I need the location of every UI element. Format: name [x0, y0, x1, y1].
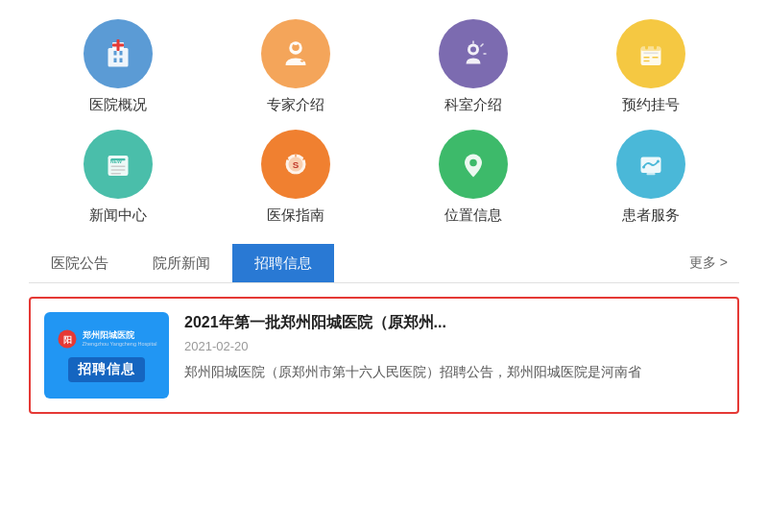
article-thumbnail: 阳 郑州阳城医院 Zhengzhou Yangcheng Hospital 招聘…	[44, 312, 169, 399]
icon-circle-location	[439, 130, 508, 199]
svg-text:NEW: NEW	[109, 158, 121, 164]
tab-hospital-news[interactable]: 院所新闻	[131, 244, 232, 282]
tab-hospital-notice[interactable]: 医院公告	[29, 244, 131, 282]
icon-circle-insurance: S	[261, 130, 330, 199]
svg-rect-20	[640, 47, 660, 52]
icon-item-patient-service[interactable]: 患者服务	[562, 130, 739, 225]
doctor-icon	[278, 36, 313, 71]
svg-point-33	[657, 160, 660, 163]
svg-rect-26	[110, 173, 121, 175]
svg-rect-24	[110, 166, 125, 168]
tab-recruitment-info[interactable]: 招聘信息	[232, 244, 334, 282]
patient-icon	[634, 147, 668, 181]
article-title: 2021年第一批郑州阳城医院（原郑州...	[184, 312, 724, 333]
icon-item-expert-intro[interactable]: 专家介绍	[206, 19, 384, 114]
article-content: 2021年第一批郑州阳城医院（原郑州... 2021-02-20 郑州阳城医院（…	[184, 312, 724, 383]
icon-item-dept-intro[interactable]: 科室介绍	[384, 19, 562, 114]
news-icon: NEW	[101, 147, 135, 181]
icon-item-hospital-overview[interactable]: 医院概况	[29, 19, 206, 114]
svg-rect-34	[646, 173, 655, 175]
icon-label-insurance-guide: 医保指南	[267, 206, 324, 225]
icon-item-location-info[interactable]: 位置信息	[384, 130, 562, 225]
icon-circle-news: NEW	[84, 130, 153, 199]
thumb-hospital-name-cn: 郑州阳城医院	[83, 331, 157, 341]
svg-rect-16	[643, 53, 658, 55]
icon-label-patient-service: 患者服务	[622, 206, 680, 225]
svg-rect-10	[293, 42, 298, 45]
insurance-icon: S	[278, 147, 313, 181]
icon-grid: 医院概况 专家介绍	[29, 19, 739, 225]
tab-more[interactable]: 更多 >	[678, 245, 739, 281]
dept-icon	[456, 36, 491, 71]
article-summary: 郑州阳城医院（原郑州市第十六人民医院）招聘公告，郑州阳城医院是河南省	[184, 361, 724, 382]
svg-text:阳: 阳	[62, 335, 71, 345]
icon-label-location-info: 位置信息	[444, 206, 502, 225]
icon-circle-dept	[439, 19, 508, 88]
icon-circle-doctor	[261, 19, 330, 88]
svg-point-32	[642, 166, 645, 169]
icon-label-expert-intro: 专家介绍	[267, 96, 324, 114]
icon-label-news-center: 新闻中心	[89, 206, 147, 225]
svg-rect-2	[119, 51, 122, 56]
svg-rect-1	[113, 51, 116, 56]
icon-item-insurance-guide[interactable]: S 医保指南	[206, 130, 384, 225]
svg-text:S: S	[292, 159, 299, 170]
icon-label-hospital-overview: 医院概况	[89, 96, 147, 114]
svg-rect-19	[652, 57, 658, 59]
icon-item-news-center[interactable]: NEW 新闻中心	[29, 130, 206, 225]
tab-bar: 医院公告 院所新闻 招聘信息 更多 >	[29, 244, 739, 283]
icon-circle-patient	[616, 130, 685, 199]
svg-rect-4	[119, 59, 122, 63]
icon-item-appointment[interactable]: 预约挂号	[562, 19, 739, 114]
icon-label-appointment: 预约挂号	[622, 96, 680, 114]
svg-point-30	[469, 159, 477, 167]
thumb-logo: 阳 郑州阳城医院 Zhengzhou Yangcheng Hospital	[57, 328, 157, 350]
svg-rect-25	[110, 169, 125, 171]
article-card[interactable]: 阳 郑州阳城医院 Zhengzhou Yangcheng Hospital 招聘…	[29, 297, 739, 414]
hospital-logo-icon: 阳	[57, 328, 78, 350]
svg-point-12	[470, 47, 476, 53]
icon-circle-appointment	[616, 19, 685, 88]
svg-rect-3	[113, 59, 116, 63]
svg-rect-7	[112, 44, 124, 47]
main-container: 医院概况 专家介绍	[0, 0, 768, 532]
thumb-hospital-name-en: Zhengzhou Yangcheng Hospital	[83, 341, 157, 347]
location-icon	[456, 147, 491, 181]
hospital-icon	[101, 36, 135, 71]
svg-rect-17	[643, 57, 649, 59]
icon-label-dept-intro: 科室介绍	[444, 96, 502, 114]
icon-circle-hospital	[84, 19, 153, 88]
appointment-icon	[634, 36, 668, 71]
article-date: 2021-02-20	[184, 339, 724, 353]
thumb-badge: 招聘信息	[68, 357, 145, 382]
svg-rect-18	[643, 60, 649, 62]
thumb-logo-text: 郑州阳城医院 Zhengzhou Yangcheng Hospital	[83, 331, 157, 347]
